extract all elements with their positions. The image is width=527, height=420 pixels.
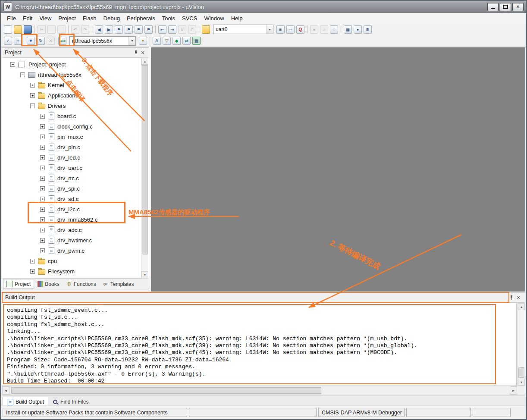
tree-item-clock-config-c[interactable]: +clock_config.c xyxy=(3,121,141,132)
pin-icon[interactable] xyxy=(132,49,139,56)
close-panel-icon[interactable]: ✕ xyxy=(515,294,522,301)
pin-icon[interactable] xyxy=(508,294,515,301)
batch-build-icon[interactable]: ≣ xyxy=(14,37,22,45)
scroll-right-icon[interactable]: ▶ xyxy=(510,386,517,395)
scrollbar-thumb[interactable] xyxy=(11,387,321,394)
expand-icon[interactable]: + xyxy=(40,248,45,253)
menu-svcs[interactable]: SVCS xyxy=(179,13,201,24)
goto-next-icon[interactable]: ▶ xyxy=(105,25,113,34)
scrollbar-thumb[interactable] xyxy=(142,65,148,254)
new-file-icon[interactable] xyxy=(4,25,12,34)
window-layout-icon[interactable]: ▦ xyxy=(344,25,352,34)
scrollbar-thumb[interactable] xyxy=(518,367,524,378)
book-icon[interactable] xyxy=(202,25,210,34)
menu-edit[interactable]: Edit xyxy=(19,13,36,24)
expand-icon[interactable]: + xyxy=(40,197,45,201)
update-packs-icon[interactable]: ⇄ xyxy=(182,37,191,45)
load-icon[interactable]: LOAD xyxy=(58,37,66,45)
tree-item-drv-led-c[interactable]: +drv_led.c xyxy=(3,152,141,163)
window-layout-arrow-icon[interactable]: ▾ xyxy=(354,25,362,34)
tree-item-drv-rtc-c[interactable]: +drv_rtc.c xyxy=(3,173,141,183)
chevron-down-icon[interactable]: ▾ xyxy=(266,25,273,34)
expand-icon[interactable]: + xyxy=(40,166,45,170)
expand-icon[interactable]: + xyxy=(40,207,45,212)
build-icon[interactable]: ▼ xyxy=(27,37,35,45)
manage-rte-icon[interactable]: ◆ xyxy=(173,37,181,45)
tab-templates[interactable]: 0+Templates xyxy=(100,279,138,289)
tree-item-drv-sd-c[interactable]: +drv_sd.c xyxy=(3,194,141,204)
expand-icon[interactable]: + xyxy=(40,228,45,232)
target-combobox[interactable]: rtthread-lpc55s6x▾ xyxy=(69,36,136,46)
scroll-up-icon[interactable]: ▲ xyxy=(518,303,525,310)
chevron-down-icon[interactable]: ▾ xyxy=(129,37,135,45)
open-file-icon[interactable] xyxy=(14,25,22,34)
kill-breakpoints-icon[interactable]: ◌ xyxy=(330,25,338,34)
menu-debug[interactable]: Debug xyxy=(100,13,123,24)
collapse-icon[interactable]: − xyxy=(10,62,15,67)
tree-item-drv-adc-c[interactable]: +drv_adc.c xyxy=(3,225,141,235)
expand-icon[interactable]: + xyxy=(40,176,45,181)
tab-project[interactable]: Project xyxy=(3,279,34,289)
expand-icon[interactable]: + xyxy=(40,114,45,119)
goto-prev-icon[interactable]: ◀ xyxy=(95,25,103,34)
scroll-up-icon[interactable]: ▲ xyxy=(141,58,148,65)
tree-item-rtthread-lpc55s6x[interactable]: −rtthread-lpc55s6x xyxy=(3,69,141,80)
tree-item-pin-mux-c[interactable]: +pin_mux.c xyxy=(3,132,141,142)
file-extensions-icon[interactable]: A xyxy=(153,37,161,45)
expand-icon[interactable]: + xyxy=(30,259,35,263)
scroll-down-icon[interactable]: ▼ xyxy=(518,379,525,386)
tree-item-board-c[interactable]: +board.c xyxy=(3,111,141,121)
tree-item-drv-pin-c[interactable]: +drv_pin.c xyxy=(3,142,141,152)
configure-icon[interactable]: ⚙ xyxy=(364,25,372,34)
pack-installer-icon[interactable]: ▦ xyxy=(192,37,201,45)
expand-icon[interactable]: + xyxy=(40,124,45,129)
build-output-log[interactable]: compiling fsl_sdmmc_event.c... compiling… xyxy=(2,303,517,386)
tree-item-drv-i2c-c[interactable]: +drv_i2c.c xyxy=(3,204,141,214)
bookmark-next-icon[interactable]: ⚑ xyxy=(135,25,143,34)
close-panel-icon[interactable]: ✕ xyxy=(139,49,146,56)
menu-peripherals[interactable]: Peripherals xyxy=(123,13,159,24)
expand-icon[interactable]: + xyxy=(40,217,45,222)
tab-books[interactable]: Books xyxy=(34,279,63,289)
tree-item-drv-uart-c[interactable]: +drv_uart.c xyxy=(3,163,141,173)
indent-left-icon[interactable]: ⇤ xyxy=(158,25,166,34)
tree-item-kernel[interactable]: +Kernel xyxy=(3,80,141,90)
tree-item-filesystem[interactable]: +Filesystem xyxy=(3,266,141,276)
rebuild-icon[interactable]: ↻ xyxy=(37,37,45,45)
collapse-icon[interactable]: − xyxy=(30,103,35,108)
expand-icon[interactable]: + xyxy=(40,135,45,139)
expand-icon[interactable]: + xyxy=(40,155,45,160)
expand-icon[interactable]: + xyxy=(30,269,35,274)
translate-icon[interactable]: ✓ xyxy=(4,37,12,45)
bookmark-toggle-icon[interactable]: ⚑ xyxy=(115,25,123,34)
scroll-down-icon[interactable]: ▼ xyxy=(141,271,148,278)
tree-item-drv-mma8562-c[interactable]: +drv_mma8562.c xyxy=(3,214,141,225)
find-text-combobox[interactable]: uart0▾ xyxy=(213,25,273,34)
options-for-target-icon[interactable]: ✶ xyxy=(139,37,147,45)
menu-window[interactable]: Window xyxy=(201,13,227,24)
build-output-hscrollbar[interactable]: ◀ ▶ xyxy=(2,386,525,395)
menu-file[interactable]: File xyxy=(3,13,19,24)
expand-icon[interactable]: + xyxy=(30,93,35,98)
project-scrollbar[interactable]: ▲ ▼ xyxy=(141,58,148,278)
menu-help[interactable]: Help xyxy=(228,13,246,24)
expand-icon[interactable]: + xyxy=(40,145,45,150)
expand-icon[interactable]: + xyxy=(30,83,35,88)
tree-item-drv-hwtimer-c[interactable]: +drv_hwtimer.c xyxy=(3,235,141,245)
minimize-icon[interactable] xyxy=(487,3,499,11)
build-output-vscrollbar[interactable]: ▲ ▼ xyxy=(518,303,525,386)
tree-item-project-project[interactable]: −Project: project xyxy=(3,59,141,69)
select-software-packs-icon[interactable]: ▽ xyxy=(163,37,171,45)
tree-item-applications[interactable]: +Applications xyxy=(3,90,141,100)
bookmark-clear-icon[interactable]: ⚑ xyxy=(144,25,153,34)
scroll-left-icon[interactable]: ◀ xyxy=(2,386,9,395)
menu-flash[interactable]: Flash xyxy=(79,13,100,24)
restore-icon[interactable] xyxy=(500,3,511,11)
tree-item-drv-pwm-c[interactable]: +drv_pwm.c xyxy=(3,245,141,256)
save-icon[interactable] xyxy=(24,25,32,34)
bookmark-prev-icon[interactable]: ⚑ xyxy=(125,25,133,34)
scrollbar-track[interactable] xyxy=(10,386,509,395)
incremental-find-icon[interactable]: ≔ xyxy=(286,25,295,34)
tree-item-drivers[interactable]: −Drivers xyxy=(3,100,141,111)
close-icon[interactable] xyxy=(512,3,524,11)
